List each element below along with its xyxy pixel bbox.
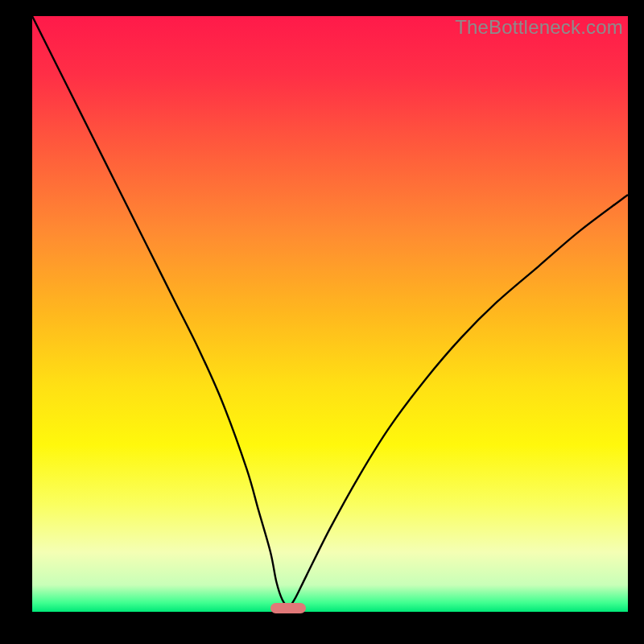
plot-area [32,16,628,612]
watermark-text: TheBottleneck.com [455,16,623,39]
optimum-marker [270,603,306,613]
chart-frame: TheBottleneck.com [16,16,628,628]
bottleneck-curve [32,16,628,612]
